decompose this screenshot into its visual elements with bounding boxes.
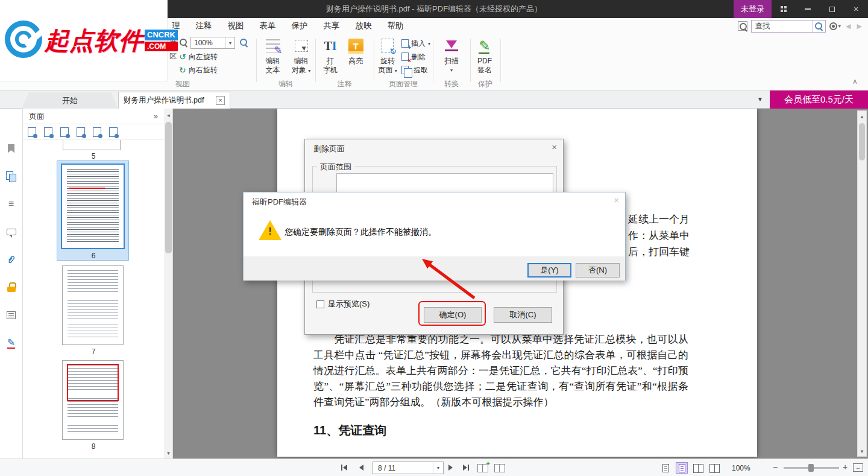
zoom-in-tool-icon[interactable] (240, 38, 248, 49)
delete-page-tool-icon[interactable] (109, 127, 118, 137)
rotate-page-tool-icon[interactable] (93, 127, 101, 137)
page-number-combo[interactable]: 8 / 11 ▾ (373, 462, 444, 474)
find-options-button[interactable]: ▾ (829, 22, 841, 30)
bookmarks-panel-button[interactable] (0, 138, 22, 159)
first-page-button[interactable] (341, 465, 347, 471)
pdf-sign-button[interactable]: ✎ PDF 签名 (471, 37, 498, 75)
cncrk-logo-icon (5, 21, 45, 60)
typewriter-button[interactable]: TI 打 字机 (318, 37, 343, 75)
maximize-button[interactable] (820, 0, 844, 18)
scroll-down-icon[interactable]: ▾ (858, 446, 866, 455)
rotate-pages-button[interactable]: ↻ 旋转 页面 ▾ (375, 37, 400, 75)
no-button[interactable]: 否(N) (576, 263, 620, 278)
yes-button[interactable]: 是(Y) (527, 263, 571, 278)
sidebar-scrollbar[interactable]: ◂ ▾ (164, 109, 173, 459)
find-next-icon[interactable]: ▶ (856, 22, 863, 30)
edit-text-button[interactable]: ✎ 编辑 文本 (259, 37, 286, 75)
facing-continuous-view-button[interactable] (708, 462, 720, 474)
edit-object-icon (295, 40, 308, 52)
show-preview-checkbox[interactable]: 显示预览(S) (316, 299, 370, 309)
scroll-up-icon[interactable]: ▴ (858, 112, 866, 121)
fields-panel-button[interactable] (0, 304, 22, 326)
zoom-out-tool-icon[interactable] (180, 38, 187, 49)
minimize-button[interactable] (796, 0, 820, 18)
signatures-panel-button[interactable]: ✎ (0, 332, 22, 354)
collapse-panel-icon[interactable]: ◂ (164, 110, 173, 119)
ribbon-partial-label-2[interactable]: 区 (169, 51, 177, 62)
page-thumbnail-7[interactable] (62, 265, 124, 345)
delete-pages-button[interactable]: × 删除 (401, 51, 426, 63)
shrink-thumbnail-icon[interactable] (44, 127, 52, 137)
document-scrollbar[interactable]: ▴ ▾ (857, 110, 867, 457)
menu-item-view[interactable]: 视图 (220, 21, 252, 31)
ok-button[interactable]: 确定(O) (424, 307, 482, 323)
dialog-close-icon[interactable]: × (552, 142, 557, 151)
insert-pages-button[interactable]: + 插入 ▾ (401, 37, 430, 49)
pages-panel-button[interactable] (0, 165, 22, 187)
login-button[interactable]: 未登录 (734, 0, 772, 18)
rotate-right-button[interactable]: ↻ 向右旋转 (179, 64, 218, 76)
scroll-down-icon[interactable]: ▾ (164, 448, 173, 457)
page-thumbnail-6[interactable] (61, 163, 125, 249)
new-tab-view-button[interactable]: + (477, 463, 488, 472)
bookmark-icon (8, 144, 14, 153)
ribbon-collapse-icon[interactable]: ∧ (852, 77, 858, 86)
close-button[interactable]: × (844, 0, 868, 18)
tab-document-label: 财务用户操作说明书.pdf (124, 95, 212, 106)
extract-page-tool-icon[interactable] (77, 127, 85, 137)
menu-item-protect[interactable]: 保护 (284, 21, 316, 31)
sidebar-scrollbar-thumb[interactable] (165, 122, 172, 253)
highlight-button[interactable]: T 高亮 (343, 37, 368, 66)
pdf-sign-icon: ✎ (479, 39, 490, 53)
menu-item-form[interactable]: 表单 (252, 21, 284, 31)
tab-list-dropdown-icon[interactable]: ▼ (757, 96, 763, 103)
layers-panel-button[interactable]: ≡ (0, 193, 22, 215)
group-label-page-management: 页面管理 (374, 79, 433, 89)
split-view-button[interactable] (494, 463, 505, 472)
document-scrollbar-thumb[interactable] (859, 123, 865, 160)
continuous-view-button[interactable] (676, 462, 688, 474)
panel-menu-icon[interactable]: » (154, 112, 164, 121)
page-thumbnail-5[interactable] (63, 140, 121, 150)
menu-item-comment[interactable]: 注释 (188, 21, 220, 31)
facing-view-button[interactable] (692, 462, 704, 474)
rotate-left-icon: ↺ (179, 52, 186, 61)
find-input[interactable]: 查找 (751, 20, 826, 33)
find-previous-icon[interactable]: ◀ (844, 22, 852, 30)
apps-grid-button[interactable] (772, 0, 796, 18)
membership-banner[interactable]: 会员低至0.5元/天 (770, 90, 868, 109)
insert-page-tool-icon[interactable] (60, 127, 69, 137)
messagebox-close-icon[interactable]: × (614, 195, 619, 205)
last-page-button[interactable] (463, 465, 469, 471)
extract-pages-button[interactable]: 提取 (401, 64, 428, 76)
search-document-icon[interactable] (738, 21, 747, 31)
comments-panel-button[interactable] (0, 221, 22, 243)
zoom-slider-thumb[interactable] (808, 464, 814, 472)
tab-document[interactable]: 财务用户操作说明书.pdf × (118, 92, 230, 109)
rotate-left-button[interactable]: ↺ 向左旋转 (179, 51, 218, 63)
menu-item-present[interactable]: 放映 (348, 21, 380, 31)
search-button[interactable] (812, 21, 825, 32)
menu-item-share[interactable]: 共享 (316, 21, 348, 31)
single-page-view-button[interactable] (659, 462, 671, 474)
warning-icon: ! (259, 220, 281, 240)
scan-button[interactable]: 扫描 ▾ (438, 37, 465, 75)
zoom-level-combo[interactable]: 100% ▾ (190, 37, 235, 49)
menu-item-help[interactable]: 帮助 (380, 21, 412, 31)
next-page-button[interactable] (448, 465, 453, 471)
cancel-button[interactable]: 取消(C) (494, 307, 552, 323)
zoom-slider[interactable] (784, 467, 839, 469)
enlarge-thumbnail-icon[interactable] (28, 127, 36, 137)
attachments-panel-button[interactable] (0, 249, 22, 270)
previous-page-button[interactable] (359, 465, 363, 471)
group-label-view: 视图 (169, 79, 196, 89)
zoom-out-button[interactable]: − (773, 462, 778, 472)
cncrk-badges: CNCRK .COM (145, 30, 178, 51)
page-thumbnail-8[interactable] (62, 360, 124, 440)
tab-close-icon[interactable]: × (216, 96, 225, 105)
security-panel-button[interactable] (0, 276, 22, 298)
tab-start[interactable]: 开始 (22, 92, 118, 109)
zoom-in-button[interactable]: + (843, 462, 848, 472)
edit-object-button[interactable]: 编辑 对象 ▾ (288, 37, 315, 75)
fit-width-button[interactable]: ↔ (853, 463, 863, 472)
